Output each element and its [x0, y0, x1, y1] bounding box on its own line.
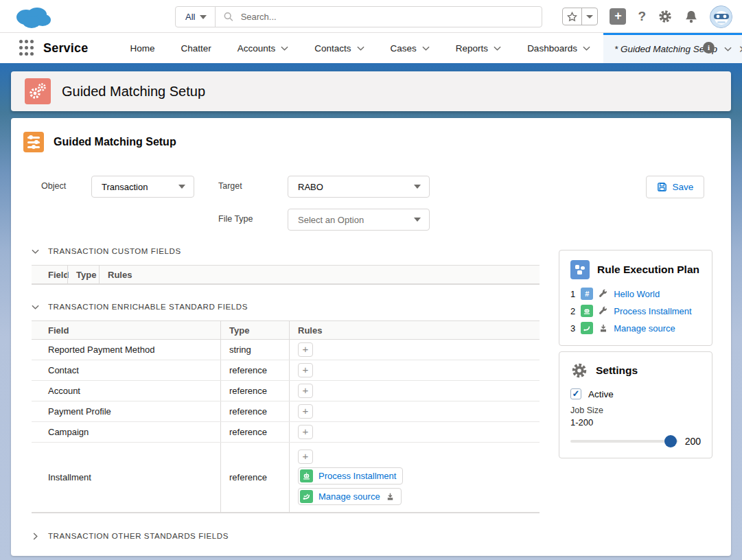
active-checkbox-row: ✓ Active [570, 388, 701, 399]
plan-item-link[interactable]: Manage source [614, 323, 675, 334]
file-type-placeholder: Select an Option [298, 215, 364, 225]
nav-items: Home Chatter Accounts Contacts Cases Rep… [117, 33, 742, 63]
sliders-icon [23, 132, 44, 152]
data-stream-icon [581, 322, 593, 334]
star-icon[interactable] [563, 8, 581, 25]
rule-link[interactable]: Process Installment [318, 471, 396, 481]
table-header-row: Field Type Rules [32, 266, 540, 284]
app-launcher-icon[interactable] [19, 40, 34, 56]
col-rules: Rules [99, 266, 540, 283]
add-rule-button[interactable]: + [298, 404, 313, 419]
active-tab-guided-matching-setup[interactable]: * Guided Matching Setup ✕ [603, 33, 742, 63]
target-select-value: RABO [298, 182, 323, 192]
chevron-down-icon [32, 303, 39, 311]
file-type-select[interactable]: Select an Option [288, 209, 430, 231]
table-row: Contact reference + [32, 360, 540, 381]
table-header-row: Field Type Rules [32, 321, 540, 340]
field-cell: Installment [32, 443, 220, 512]
setup-form: Object Transaction Target RABO File Type… [22, 170, 720, 247]
section-other-fields[interactable]: TRANSACTION OTHER STANDARDS FIELDS [32, 532, 720, 540]
table-row: Reported Payment Method string + [32, 340, 540, 360]
rules-cell: + Process Installment Manage source [289, 443, 540, 512]
rules-cell: + [289, 360, 540, 380]
type-cell: reference [220, 401, 289, 421]
rule-link[interactable]: Manage source [318, 491, 380, 502]
chevron-down-icon [494, 45, 501, 52]
info-icon[interactable]: i [703, 42, 715, 54]
job-size-range-label: 1-200 [570, 417, 701, 428]
job-size-slider-row: 200 [570, 436, 701, 447]
search-input[interactable] [241, 12, 533, 22]
nav-item-dashboards[interactable]: Dashboards [514, 33, 603, 63]
side-column: Rule Execution Plan 1 # Hello World 2 [559, 250, 712, 458]
table-row-installment: Installment reference + Process Installm… [32, 443, 540, 513]
object-label: Object [41, 181, 66, 191]
global-actions-button[interactable]: + [610, 8, 626, 25]
chevron-down-icon [586, 15, 593, 19]
plan-item-link[interactable]: Process Installment [614, 306, 691, 316]
job-size-label: Job Size [570, 406, 701, 415]
table-row: Payment Profile reference + [32, 401, 540, 422]
rule-chip-process-installment[interactable]: Process Installment [298, 467, 403, 485]
nav-item-contacts[interactable]: Contacts [301, 33, 377, 63]
save-button[interactable]: Save [646, 176, 704, 198]
search-scope-select[interactable]: All [176, 7, 216, 27]
section-title: TRANSACTION CUSTOM FIELDS [48, 247, 181, 255]
target-select[interactable]: RABO [288, 176, 430, 198]
nav-item-label: Cases [391, 43, 417, 54]
custom-fields-table: Field Type Rules [32, 265, 540, 285]
nav-item-label: Accounts [237, 43, 276, 54]
add-rule-button[interactable]: + [298, 425, 313, 439]
chevron-down-icon [414, 185, 421, 189]
fill-bucket-icon [599, 323, 608, 333]
nav-item-cases[interactable]: Cases [378, 33, 443, 63]
slider-thumb[interactable] [664, 435, 677, 447]
chevron-down-icon[interactable] [724, 45, 732, 53]
nav-item-label: Reports [456, 43, 488, 54]
favorites-button[interactable] [562, 8, 598, 25]
rules-cell: + [289, 381, 540, 401]
section-title: TRANSACTION ENRICHABLE STANDARD FIELDS [48, 303, 248, 311]
type-cell: reference [220, 381, 289, 401]
job-size-slider[interactable] [570, 440, 678, 443]
notification-bell-icon[interactable] [684, 10, 698, 24]
add-rule-button[interactable]: + [298, 363, 313, 377]
nav-item-reports[interactable]: Reports [443, 33, 514, 63]
plan-item-number: 2 [570, 306, 575, 316]
save-disk-icon [657, 182, 667, 192]
global-search: All [175, 6, 542, 27]
user-avatar[interactable] [710, 5, 732, 28]
active-checkbox[interactable]: ✓ [570, 388, 581, 399]
nav-item-home[interactable]: Home [117, 33, 167, 63]
add-rule-button[interactable]: + [298, 384, 313, 398]
page-title: Guided Matching Setup [62, 84, 205, 100]
guided-matching-setup-card: Guided Matching Setup Object Transaction… [11, 118, 731, 556]
setup-gear-icon[interactable] [658, 9, 673, 24]
nav-item-chatter[interactable]: Chatter [167, 33, 224, 63]
chevron-down-icon [414, 218, 421, 222]
plan-item-link[interactable]: Hello World [614, 289, 660, 299]
chevron-down-icon [178, 185, 185, 189]
plan-item: 3 Manage source [570, 322, 701, 334]
close-tab-icon[interactable]: ✕ [739, 43, 742, 56]
type-cell: string [220, 340, 289, 360]
utility-bar: All + ? [0, 0, 742, 33]
plan-list: 1 # Hello World 2 Process Installment [570, 288, 701, 334]
chevron-down-icon [200, 15, 207, 19]
col-field: Field [32, 321, 220, 339]
table-row: Account reference + [32, 381, 540, 401]
object-select[interactable]: Transaction [91, 176, 194, 198]
add-rule-button[interactable]: + [298, 342, 313, 357]
fill-bucket-icon [386, 492, 395, 501]
plan-item: 1 # Hello World [570, 288, 701, 300]
help-icon[interactable]: ? [638, 9, 646, 24]
rule-chip-manage-source[interactable]: Manage source [298, 488, 402, 505]
add-rule-button[interactable]: + [298, 450, 313, 464]
favorites-menu-caret[interactable] [581, 8, 597, 25]
file-type-label: File Type [218, 214, 253, 224]
search-field-wrap [216, 12, 542, 22]
card-title: Guided Matching Setup [54, 136, 176, 148]
search-icon [224, 12, 233, 22]
apex-bot-icon [581, 305, 593, 317]
nav-item-accounts[interactable]: Accounts [224, 33, 302, 63]
